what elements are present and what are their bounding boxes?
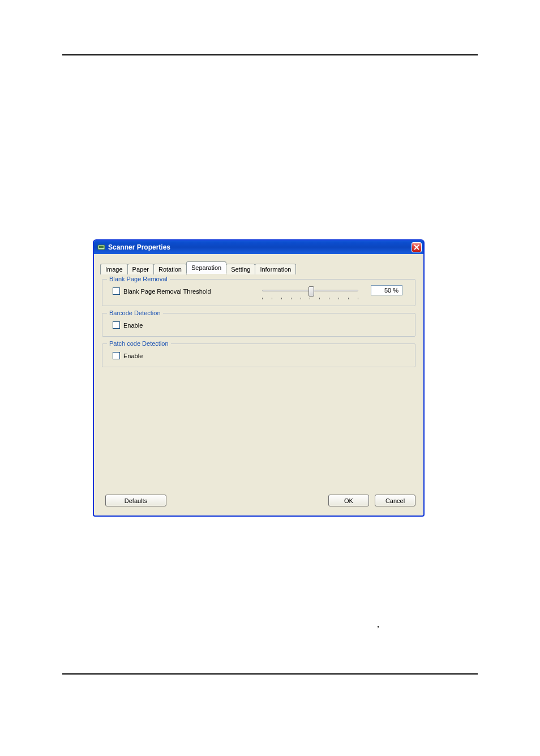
svg-rect-2 <box>99 247 104 248</box>
slider-ticks <box>262 298 358 299</box>
tab-paper[interactable]: Paper <box>127 264 154 274</box>
patch-code-enable-label: Enable <box>123 353 143 359</box>
group-legend: Blank Page Removal <box>107 276 170 282</box>
horizontal-rule-top <box>62 54 478 55</box>
group-legend: Barcode Detection <box>107 310 163 316</box>
tab-setting[interactable]: Setting <box>226 264 255 274</box>
window-title: Scanner Properties <box>108 243 170 251</box>
cancel-button[interactable]: Cancel <box>375 495 415 506</box>
defaults-button[interactable]: Defaults <box>105 495 166 506</box>
group-legend: Patch code Detection <box>107 340 171 347</box>
group-blank-page-removal: Blank Page Removal Blank Page Removal Th… <box>102 279 415 306</box>
blank-page-threshold-checkbox[interactable] <box>113 287 120 295</box>
tab-image[interactable]: Image <box>100 264 128 274</box>
tab-information[interactable]: Information <box>255 264 296 274</box>
barcode-enable-row: Enable <box>113 321 143 329</box>
blank-page-threshold-label: Blank Page Removal Threshold <box>123 288 211 295</box>
patch-code-enable-checkbox[interactable] <box>113 352 120 359</box>
threshold-slider[interactable] <box>262 286 358 300</box>
tab-rotation[interactable]: Rotation <box>153 264 187 274</box>
titlebar: Scanner Properties <box>94 240 423 254</box>
horizontal-rule-bottom <box>62 673 478 675</box>
slider-thumb[interactable] <box>308 286 314 297</box>
stray-text: , <box>377 619 379 629</box>
barcode-enable-label: Enable <box>123 322 143 329</box>
scanner-properties-dialog: Scanner Properties Image Paper Rotation … <box>93 239 425 517</box>
group-patch-code-detection: Patch code Detection Enable <box>102 343 415 367</box>
svg-rect-1 <box>99 246 104 247</box>
barcode-enable-checkbox[interactable] <box>113 321 120 329</box>
tab-row: Image Paper Rotation Separation Setting … <box>100 261 295 274</box>
patch-code-enable-row: Enable <box>113 352 143 359</box>
close-button[interactable] <box>412 242 422 252</box>
ok-button[interactable]: OK <box>328 495 369 506</box>
group-barcode-detection: Barcode Detection Enable <box>102 313 415 337</box>
threshold-value-box[interactable]: 50 % <box>371 285 402 295</box>
blank-page-threshold-row: Blank Page Removal Threshold <box>113 287 211 295</box>
app-icon <box>97 243 105 251</box>
tab-separation[interactable]: Separation <box>186 261 226 274</box>
